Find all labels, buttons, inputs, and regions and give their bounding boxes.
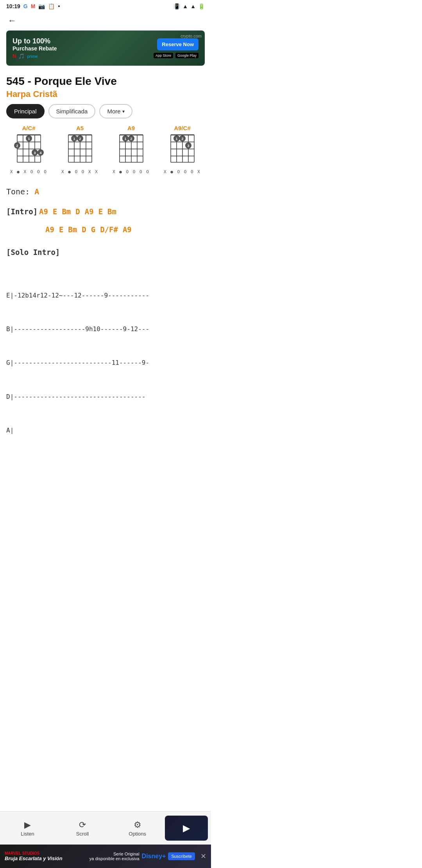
- intro-row-2: A9 E Bm D G D/F# A9: [6, 221, 205, 239]
- signal-icon: ▲: [190, 3, 196, 9]
- svg-text:3: 3: [187, 144, 189, 148]
- chord-a5[interactable]: A5 1 2 X ●: [54, 125, 106, 174]
- svg-text:1: 1: [73, 137, 75, 141]
- intro-chord-1[interactable]: A9: [39, 204, 48, 219]
- google-icon: G: [23, 3, 28, 9]
- chord-name-a9-c-sharp: A9/C#: [174, 125, 191, 131]
- vibrate-icon: 📳: [173, 3, 180, 9]
- svg-text:1: 1: [124, 137, 126, 141]
- chord-name-ac-sharp: A/C#: [22, 125, 35, 131]
- ad-line2: Purchase Rebate: [13, 45, 57, 52]
- intro-chord-11[interactable]: D: [82, 222, 86, 237]
- chord-dots-a9-c-sharp: X ● O O O X: [164, 169, 201, 174]
- intro-label: [Intro]: [6, 204, 38, 219]
- tab-notation: E|-12b14r12-12~---12------9----------- B…: [0, 263, 211, 464]
- intro-chord-12[interactable]: G: [91, 222, 95, 237]
- intro-chord-10[interactable]: Bm: [68, 222, 77, 237]
- dot-indicator: •: [58, 3, 60, 9]
- ad-brand: crypto.com: [181, 34, 202, 38]
- solo-intro-section: [Solo Intro]: [0, 242, 211, 263]
- tab-line-g: G|--------------------------11------9-: [6, 357, 205, 369]
- svg-text:2: 2: [79, 137, 81, 141]
- app-store-badge: App Store: [154, 53, 173, 58]
- chord-grid-a9: 1 2: [114, 133, 149, 168]
- status-icons: 📳 ▲ ▲ 🔋: [173, 3, 205, 9]
- chord-a9-c-sharp[interactable]: A9/C# 1 2 3: [157, 125, 208, 174]
- song-artist: Harpa Cristã: [0, 89, 211, 104]
- intro-chord-9[interactable]: E: [59, 222, 63, 237]
- ad-logos: N 🎵 prime: [13, 53, 57, 59]
- tone-section: Tone: A: [0, 182, 211, 199]
- intro-section: [Intro] A9 E Bm D A9 E Bm A9 E Bm D G D/…: [0, 199, 211, 242]
- spotify-logo: 🎵: [18, 53, 25, 59]
- intro-chord-5[interactable]: A9: [85, 204, 94, 219]
- intro-chord-6[interactable]: E: [98, 204, 103, 219]
- chord-grid-ac-sharp: 1 2 3 4: [11, 133, 46, 168]
- tab-line-e: E|-12b14r12-12~---12------9-----------: [6, 290, 205, 301]
- intro-chord-3[interactable]: Bm: [62, 204, 71, 219]
- battery-icon: 🔋: [198, 3, 205, 9]
- chord-name-a5: A5: [76, 125, 84, 131]
- chord-name-a9: A9: [127, 125, 135, 131]
- song-title: 545 - Porque Ele Vive: [0, 72, 211, 89]
- svg-text:4: 4: [39, 151, 41, 155]
- svg-text:3: 3: [34, 151, 36, 155]
- svg-text:1: 1: [28, 137, 30, 141]
- google-play-badge: Google Play: [175, 53, 198, 58]
- chord-dots-a5: X ● O O X X: [61, 169, 98, 174]
- tab-simplificada[interactable]: Simplificada: [48, 104, 96, 118]
- chord-ac-sharp[interactable]: A/C# 1: [3, 125, 54, 174]
- intro-chord-8[interactable]: A9: [45, 222, 54, 237]
- svg-text:1: 1: [175, 137, 177, 141]
- status-bar: 10:19 G M 📷 📋 • 📳 ▲ ▲ 🔋: [0, 0, 211, 11]
- chevron-down-icon: ▾: [122, 109, 125, 114]
- gmail-icon: M: [31, 3, 36, 9]
- svg-text:2: 2: [130, 137, 132, 141]
- tab-principal[interactable]: Principal: [6, 104, 45, 118]
- chord-grid-a9-c-sharp: 1 2 3: [165, 133, 200, 168]
- intro-row-1: [Intro] A9 E Bm D A9 E Bm: [6, 203, 205, 221]
- chord-grid-a5: 1 2: [63, 133, 98, 168]
- svg-text:2: 2: [16, 144, 18, 148]
- intro-chord-2[interactable]: E: [53, 204, 57, 219]
- netflix-logo: N: [13, 53, 16, 59]
- wifi-icon: ▲: [182, 3, 188, 9]
- tab-line-a: A|: [6, 425, 205, 436]
- intro-chord-13[interactable]: D/F#: [100, 222, 118, 237]
- chord-dots-a9: X ● O O O O: [113, 169, 150, 174]
- ad-line1: Up to 100%: [13, 37, 57, 45]
- tone-value: A: [34, 187, 39, 196]
- solo-intro-label: [Solo Intro]: [6, 248, 60, 256]
- ad-text: Up to 100% Purchase Rebate N 🎵 prime: [13, 37, 57, 59]
- tab-row: Principal Simplificada More ▾: [0, 104, 211, 125]
- app-icon-2: 📋: [48, 3, 55, 9]
- chord-dots-ac-sharp: X ● X O O O: [10, 169, 47, 174]
- chords-row: A/C# 1: [0, 125, 211, 174]
- app-icon-1: 📷: [38, 3, 45, 9]
- tab-line-d: D|-----------------------------------: [6, 391, 205, 403]
- time-display: 10:19: [6, 3, 20, 9]
- intro-chord-14[interactable]: A9: [123, 222, 132, 237]
- ad-cta-button[interactable]: Reserve Now: [157, 38, 198, 50]
- status-time: 10:19 G M 📷 📋 •: [6, 3, 60, 9]
- tab-line-b: B|-------------------9h10------9-12---: [6, 324, 205, 335]
- top-nav: ←: [0, 11, 211, 30]
- back-button[interactable]: ←: [6, 14, 18, 27]
- prime-logo: prime: [27, 54, 38, 59]
- chord-a9[interactable]: A9 1 2 X ●: [106, 125, 157, 174]
- ad-banner-top[interactable]: Up to 100% Purchase Rebate N 🎵 prime Res…: [6, 30, 205, 66]
- intro-chord-7[interactable]: Bm: [107, 204, 116, 219]
- svg-text:2: 2: [181, 137, 183, 141]
- tab-more[interactable]: More ▾: [99, 104, 132, 118]
- tone-label: Tone:: [6, 187, 30, 196]
- intro-chord-4[interactable]: D: [75, 204, 80, 219]
